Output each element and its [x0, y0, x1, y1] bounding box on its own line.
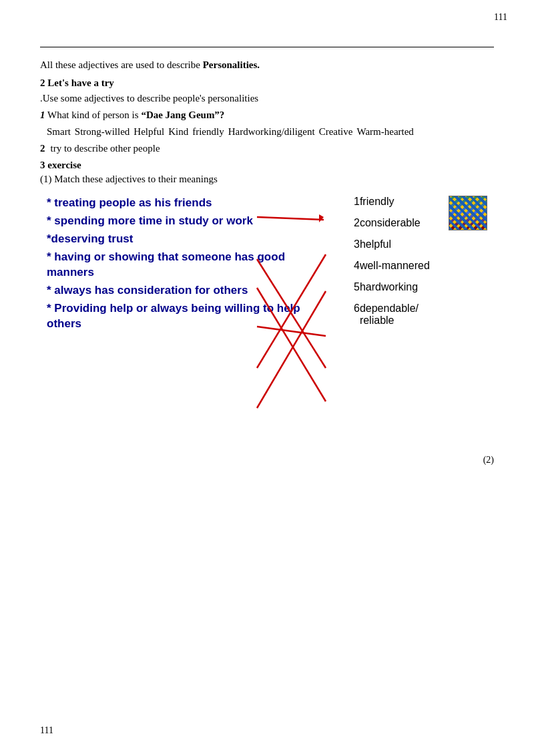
exercise-label: 3 exercise	[40, 160, 494, 171]
task2-number: 2	[40, 143, 45, 154]
adj-friendly: friendly	[192, 126, 224, 138]
question1-bold: “Dae Jang Geum”?	[141, 110, 224, 120]
left-item-2: * spending more time in study or work	[47, 214, 300, 229]
right-item-5: 5hardworking	[354, 281, 418, 293]
left-item-5: * always has consideration for others	[47, 283, 300, 299]
right-item-container-6: 6dependable/ reliable	[354, 303, 487, 327]
right-item-container-4: 4well-mannered	[354, 260, 487, 272]
section-intro: All these adjectives are used to describ…	[40, 59, 494, 71]
match-instruction: (1) Match these adjectives to their mean…	[40, 174, 494, 185]
left-item-6: * Providing help or always being willing…	[47, 301, 300, 332]
page-number-bottom: 111	[40, 725, 53, 736]
right-item-2: 2considerable	[354, 217, 421, 228]
svg-marker-1	[319, 214, 324, 222]
left-item-3: *deserving trust	[47, 232, 300, 247]
page: 111 All these adjectives are used to des…	[0, 0, 534, 756]
adj-kind: Kind	[168, 126, 188, 138]
question1: 1 What kind of person is “Dae Jang Geum”…	[40, 110, 494, 121]
right-item-3: 3helpful	[354, 238, 391, 250]
question1-text: What kind of person is	[47, 110, 141, 120]
footnote-text: (2)	[483, 455, 494, 465]
left-item-4: * having or showing that someone has goo…	[47, 250, 300, 280]
right-column: 1friendly 2considerable 3helpful 4well-m…	[354, 196, 487, 329]
adj-smart: Smart	[47, 126, 71, 138]
right-item-4: 4well-mannered	[354, 260, 430, 271]
footnote: (2)	[40, 455, 494, 465]
intro-text: All these adjectives are used to describ…	[40, 59, 203, 70]
page-number-top: 111	[494, 12, 507, 23]
task2-text: try to describe other people	[51, 143, 160, 154]
thumbnail-image	[449, 196, 487, 230]
section2-instruction: .Use some adjectives to describe people'…	[40, 93, 494, 104]
right-item-6: 6dependable/ reliable	[354, 303, 419, 326]
right-item-1: 1friendly	[354, 196, 394, 207]
adj-warm-hearted: Warm-hearted	[356, 126, 413, 138]
question1-label: 1	[40, 110, 45, 120]
task2-row: 2 try to describe other people	[40, 143, 494, 154]
match-area: * treating people as his friends * spend…	[47, 196, 501, 449]
left-column: * treating people as his friends * spend…	[47, 196, 300, 335]
section2-title: 2 Let's have a try	[40, 77, 494, 89]
right-item-container-5: 5hardworking	[354, 281, 487, 293]
top-divider	[40, 47, 494, 47]
right-item-container-1: 1friendly	[354, 196, 487, 208]
right-item-container-3: 3helpful	[354, 238, 487, 250]
adjectives-row: Smart Strong-willed Helpful Kind friendl…	[47, 126, 494, 138]
intro-bold: Personalities.	[203, 59, 260, 70]
left-item-1: * treating people as his friends	[47, 196, 300, 211]
adj-helpful: Helpful	[134, 126, 164, 138]
adj-strong-willed: Strong-willed	[75, 126, 130, 138]
adj-creative: Creative	[319, 126, 353, 138]
adj-hardworking: Hardworking/diligent	[228, 126, 315, 138]
